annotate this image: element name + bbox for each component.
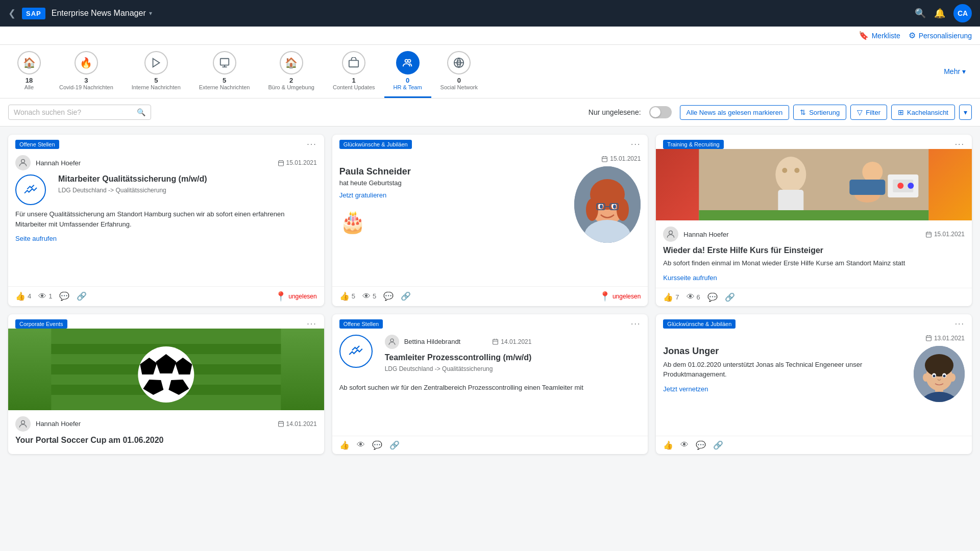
merkliste-button[interactable]: 🔖 Merkliste <box>859 31 900 40</box>
comment-button[interactable]: 💬 <box>383 291 394 301</box>
svg-point-45 <box>898 183 904 189</box>
card-title: Mitarbeiter Qualitätssicherung (m/w/d) <box>58 174 207 184</box>
cat-alle[interactable]: 🏠 18 Alle <box>8 45 50 98</box>
like-icon: 👍 <box>15 291 26 301</box>
cat-alle-count: 18 <box>26 77 33 84</box>
card-body: Hannah Hoefer 15.01.2021 Wieder da! Erst… <box>656 220 972 288</box>
card-footer: 👍 7 👁 6 💬 🔗 <box>656 288 972 306</box>
bookmark-action[interactable]: 🔗 <box>389 440 400 450</box>
card-menu-button[interactable]: ··· <box>631 319 641 329</box>
comment-button[interactable]: 💬 <box>372 440 382 450</box>
card-link[interactable]: Seite aufrufen <box>15 235 57 242</box>
like-button[interactable]: 👍 5 <box>339 291 355 301</box>
cat-social[interactable]: 0 Social Network <box>431 45 487 98</box>
comment-icon: 💬 <box>707 292 718 302</box>
bookmark-action[interactable]: 🔗 <box>713 440 723 450</box>
view-action: 👁 <box>680 440 689 449</box>
card-subtitle: LDG Deutschland -> Qualitätssicherung <box>58 187 207 194</box>
cat-content-count: 1 <box>352 77 356 84</box>
svg-rect-15 <box>602 157 607 162</box>
cat-content[interactable]: 1 Content Updates <box>324 45 384 98</box>
personalisierung-button[interactable]: ⚙ Personalisierung <box>909 31 972 40</box>
card-menu-button[interactable]: ··· <box>307 140 316 149</box>
sort-button[interactable]: ⇅ Sortierung <box>793 105 846 120</box>
vernetzen-link[interactable]: Jetzt vernetzen <box>663 385 708 393</box>
card-mitarbeiter: Offene Stellen ··· Hannah Hoefer 15.01.2… <box>8 135 324 306</box>
card-meta: Hannah Hoefer 14.01.2021 <box>15 416 317 432</box>
like-button[interactable]: 👍 <box>663 440 673 450</box>
card-link[interactable]: Kursseite aufrufen <box>663 274 717 282</box>
card-body: 13.01.2021 Jonas Unger Ab dem 01.02.2020… <box>656 329 972 436</box>
card-menu-button[interactable]: ··· <box>631 140 641 149</box>
like-button[interactable]: 👍 7 <box>663 292 679 302</box>
card-header: Corporate Events ··· <box>8 314 324 329</box>
cat-covid-label: Covid-19 Nachrichten <box>59 84 113 90</box>
cat-covid-count: 3 <box>84 77 88 84</box>
back-button[interactable]: ❮ <box>8 8 16 19</box>
filter-buttons: Alle News als gelesen markieren ⇅ Sortie… <box>680 105 972 120</box>
card-jonas: Glückwünsche & Jubiläen ··· 13.01.2021 J… <box>656 314 972 454</box>
view-count: 5 <box>373 292 376 300</box>
cat-buero[interactable]: 🏠 2 Büro & Umgebung <box>259 45 324 98</box>
comment-button[interactable]: 💬 <box>59 291 69 301</box>
cat-hr[interactable]: 0 HR & Team <box>384 45 431 98</box>
svg-rect-42 <box>850 180 886 195</box>
comment-button[interactable]: 💬 <box>707 292 718 302</box>
cat-externe[interactable]: 5 Externe Nachrichten <box>190 45 259 98</box>
cat-interne[interactable]: 5 Interne Nachrichten <box>122 45 190 98</box>
card-text: Ab sofort finden einmal im Monat wieder … <box>663 258 965 268</box>
cat-hr-label: HR & Team <box>394 84 422 90</box>
cat-buero-icon: 🏠 <box>280 51 303 74</box>
view-action: 👁 <box>357 440 365 449</box>
cat-social-label: Social Network <box>440 84 478 90</box>
mark-read-button[interactable]: Alle News als gelesen markieren <box>680 105 790 120</box>
birthday-content: Paula Schneider hat heute Geburtstag Jet… <box>339 166 641 243</box>
unread-dot: 📍 <box>275 291 286 302</box>
svg-point-41 <box>863 162 883 182</box>
svg-point-83 <box>923 373 929 382</box>
card-header: Offene Stellen ··· <box>332 314 648 329</box>
card-menu-button[interactable]: ··· <box>307 319 316 329</box>
view-label: Kachelansicht <box>907 109 948 116</box>
filter-button[interactable]: ▽ Filter <box>850 105 887 120</box>
like-icon: 👍 <box>339 440 350 450</box>
search-icon[interactable]: 🔍 <box>915 8 926 19</box>
card-tag: Offene Stellen <box>339 319 383 329</box>
card-text: Für unsere Qualitätssicherung am Standor… <box>15 209 317 229</box>
unread-toggle[interactable] <box>649 106 672 118</box>
card-tag: Glückwünsche & Jubiläen <box>339 140 412 149</box>
mark-read-label: Alle News als gelesen markieren <box>687 109 783 116</box>
svg-point-29 <box>613 205 616 209</box>
search-input[interactable] <box>14 108 133 116</box>
cat-externe-label: Externe Nachrichten <box>199 84 250 90</box>
card-header: Glückwünsche & Jubiläen ··· <box>332 135 648 149</box>
bookmark-icon: 🔗 <box>401 291 411 301</box>
expand-button[interactable]: ▾ <box>959 105 972 120</box>
like-button[interactable]: 👍 <box>339 440 350 450</box>
card-date: 13.01.2021 <box>925 335 965 342</box>
bookmark-action[interactable]: 🔗 <box>725 292 735 302</box>
avatar-button[interactable]: CA <box>953 4 972 22</box>
cat-covid[interactable]: 🔥 3 Covid-19 Nachrichten <box>50 45 122 98</box>
personalisierung-label: Personalisierung <box>919 32 972 40</box>
card-tag: Offene Stellen <box>15 140 59 149</box>
comment-icon: 💬 <box>696 440 706 450</box>
bookmark-icon: 🔗 <box>713 440 723 450</box>
card-title: Wieder da! Erste Hilfe Kurs für Einsteig… <box>663 246 965 255</box>
like-icon: 👍 <box>663 292 673 302</box>
cat-content-label: Content Updates <box>333 84 375 90</box>
notification-icon[interactable]: 🔔 <box>934 8 945 19</box>
like-button[interactable]: 👍 4 <box>15 291 31 301</box>
settings-icon: ⚙ <box>909 31 916 40</box>
more-categories-button[interactable]: Mehr ▾ <box>938 67 972 76</box>
card-author: Hannah Hoefer <box>36 420 81 428</box>
bookmark-action[interactable]: 🔗 <box>401 291 411 301</box>
card-menu-button[interactable]: ··· <box>955 319 965 329</box>
search-icon[interactable]: 🔍 <box>137 108 145 116</box>
view-button[interactable]: ⊞ Kachelansicht <box>891 105 955 120</box>
gratulieren-link[interactable]: Jetzt gratulieren <box>339 191 387 199</box>
card-meta: 13.01.2021 <box>663 335 965 342</box>
card-menu-button[interactable]: ··· <box>955 140 965 149</box>
bookmark-action[interactable]: 🔗 <box>77 291 87 301</box>
comment-button[interactable]: 💬 <box>696 440 706 450</box>
